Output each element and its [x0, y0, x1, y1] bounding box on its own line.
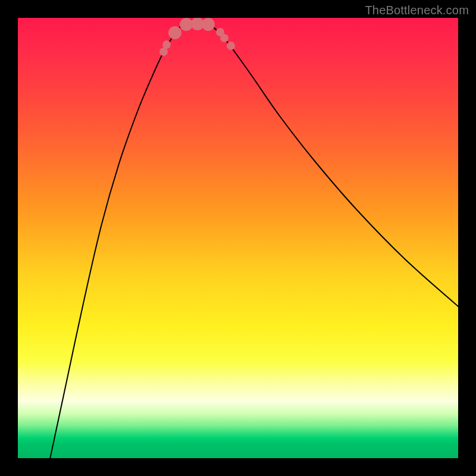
chart-frame — [18, 18, 458, 458]
curve-marker — [180, 18, 193, 31]
watermark-text: TheBottleneck.com — [365, 4, 469, 17]
curve-marker — [227, 42, 235, 50]
curve-marker — [162, 40, 171, 49]
curve-group — [48, 24, 458, 458]
curve-marker — [168, 26, 181, 39]
curve-markers — [159, 18, 235, 56]
bottleneck-curve-svg — [18, 18, 458, 458]
curve-marker — [159, 48, 168, 56]
curve-right — [207, 24, 458, 306]
curve-marker — [220, 34, 228, 42]
curve-marker — [202, 18, 215, 31]
curve-left — [48, 24, 187, 458]
